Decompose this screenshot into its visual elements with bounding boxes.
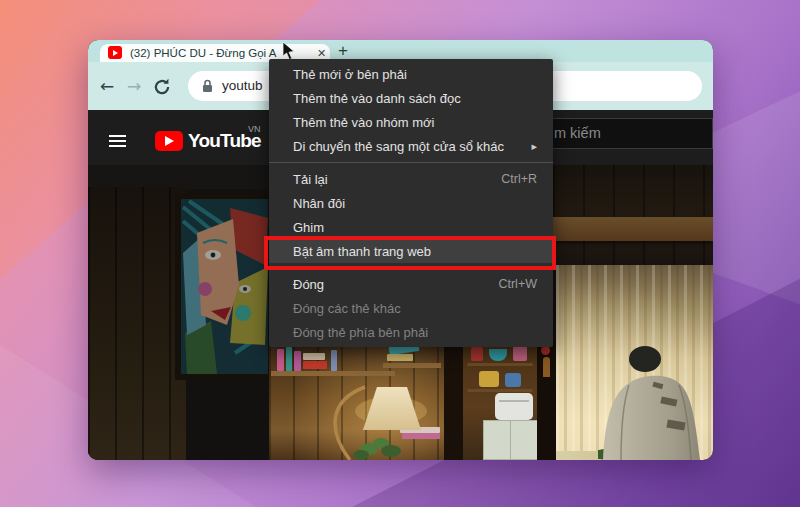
- back-button[interactable]: ←: [97, 76, 117, 96]
- submenu-arrow-icon: ▸: [531, 140, 537, 153]
- menu-item-close[interactable]: ĐóngCtrl+W: [269, 272, 553, 296]
- wood-beam: [553, 217, 713, 241]
- youtube-logo-icon[interactable]: [155, 131, 183, 151]
- desktop-wallpaper: (32) PHÚC DU - Đừng Gọi A ✕ + ← → youtub: [0, 0, 800, 507]
- browser-window: (32) PHÚC DU - Đừng Gọi A ✕ + ← → youtub: [88, 40, 713, 460]
- shelf-item: [505, 373, 521, 387]
- menu-item-add-to-reading-list[interactable]: Thêm thẻ vào danh sách đọc: [269, 86, 553, 110]
- rice-cooker: [495, 393, 533, 420]
- bottle: [543, 357, 550, 377]
- shelf-item: [541, 346, 550, 355]
- lock-icon: [202, 79, 213, 93]
- reload-button[interactable]: [152, 77, 172, 97]
- kitchen-shelves: [463, 341, 538, 460]
- menu-item-new-tab-right[interactable]: Thẻ mới ở bên phải: [269, 62, 553, 86]
- search-placeholder: m kiếm: [554, 125, 601, 141]
- cubist-painting: [175, 193, 274, 380]
- shortcut-label: Ctrl+R: [501, 172, 537, 186]
- menu-hamburger-icon[interactable]: [109, 135, 126, 147]
- menu-item-duplicate[interactable]: Nhân đôi: [269, 191, 553, 215]
- shortcut-label: Ctrl+W: [498, 277, 537, 291]
- annotation-highlight-box: [264, 236, 556, 270]
- search-input[interactable]: m kiếm: [540, 118, 713, 149]
- wood-wall-upper: [553, 165, 713, 267]
- menu-item-close-tabs-right: Đóng thẻ phía bên phải: [269, 320, 553, 344]
- youtube-country-badge: VN: [248, 124, 261, 134]
- new-tab-button[interactable]: +: [338, 41, 348, 61]
- bookshelf-wall: [269, 341, 446, 460]
- shelf-item: [479, 371, 499, 387]
- wood-wall: [88, 187, 186, 460]
- menu-item-reload[interactable]: Tải lạiCtrl+R: [269, 167, 553, 191]
- door-frame: [444, 341, 464, 460]
- shelf-board: [467, 389, 533, 392]
- shelf-item: [513, 346, 527, 361]
- shelf-item: [471, 347, 483, 361]
- bowl: [489, 349, 507, 361]
- shelf-board: [467, 363, 533, 366]
- tab-title: (32) PHÚC DU - Đừng Gọi A: [130, 47, 290, 59]
- white-cabinet: [483, 420, 538, 460]
- man-figure: [593, 343, 713, 460]
- menu-item-close-other-tabs: Đóng các thẻ khác: [269, 296, 553, 320]
- menu-item-add-to-new-group[interactable]: Thêm thẻ vào nhóm mới: [269, 110, 553, 134]
- forward-button[interactable]: →: [124, 76, 144, 96]
- tab-context-menu: Thẻ mới ở bên phải Thêm thẻ vào danh sác…: [269, 59, 553, 347]
- bottle-shelf: [537, 341, 556, 460]
- youtube-favicon-icon: [108, 46, 122, 59]
- menu-separator: [269, 162, 553, 163]
- url-text: youtub: [222, 78, 263, 93]
- floor-lamp: [269, 341, 446, 460]
- menu-item-move-to-window[interactable]: Di chuyển thẻ sang một cửa sổ khác▸: [269, 134, 553, 158]
